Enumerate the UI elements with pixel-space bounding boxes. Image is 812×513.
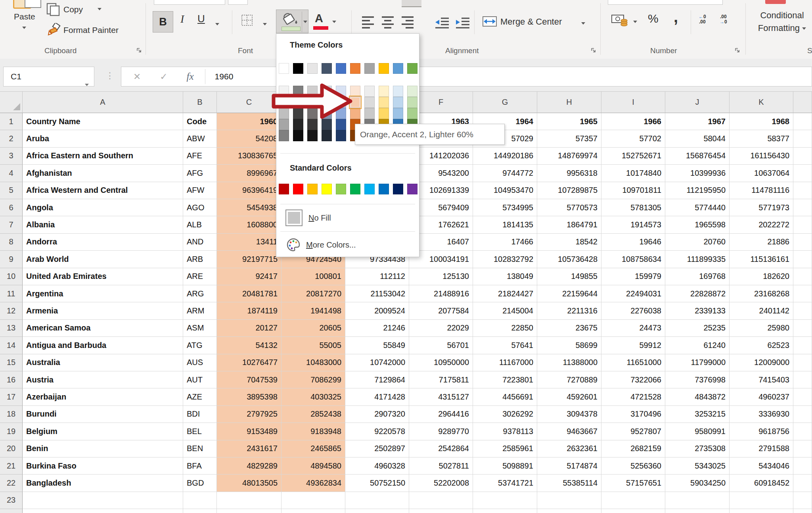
cell-F20[interactable]: 2542864 xyxy=(409,440,473,457)
clipboard-dialog-launcher[interactable] xyxy=(136,47,142,54)
cell-H21[interactable]: 5174874 xyxy=(537,457,601,475)
cell-E16[interactable]: 7129864 xyxy=(345,371,409,388)
name-box[interactable]: C1 xyxy=(3,67,94,86)
column-header-A[interactable]: A xyxy=(23,92,183,113)
standard-color-swatch-4[interactable] xyxy=(322,184,332,194)
cell-K3[interactable]: 161156430 xyxy=(730,148,793,165)
cell-F10[interactable]: 125130 xyxy=(409,268,473,285)
cell-H24[interactable] xyxy=(537,509,601,513)
cell-E17[interactable]: 4171428 xyxy=(345,388,409,405)
variant-color-swatch[interactable] xyxy=(307,130,318,141)
cell-I20[interactable]: 2682159 xyxy=(601,440,665,457)
cell-G7[interactable]: 1814135 xyxy=(473,216,537,233)
percent-button[interactable]: % xyxy=(648,12,659,25)
variant-color-swatch[interactable] xyxy=(393,97,403,108)
cell-F19[interactable]: 9289770 xyxy=(409,423,473,440)
italic-button[interactable]: I xyxy=(180,13,184,25)
cell-G24[interactable] xyxy=(473,509,537,513)
cell-I9[interactable]: 108758634 xyxy=(601,251,665,268)
cell-K8[interactable]: 21886 xyxy=(730,234,793,251)
theme-color-swatch-3[interactable] xyxy=(307,63,318,74)
theme-color-swatch-7[interactable] xyxy=(364,63,375,74)
variant-color-swatch[interactable] xyxy=(379,97,389,108)
variant-color-swatch[interactable] xyxy=(393,108,403,119)
cell-K9[interactable]: 115136161 xyxy=(730,251,793,268)
cell-E13[interactable]: 21246 xyxy=(345,320,409,337)
cell-L14[interactable] xyxy=(793,337,812,354)
decrease-indent-button[interactable] xyxy=(435,17,450,29)
cell-D16[interactable]: 7086299 xyxy=(282,371,345,388)
cell-C14[interactable]: 54132 xyxy=(217,337,282,354)
cell-G20[interactable]: 2585961 xyxy=(473,440,537,457)
cell-H7[interactable]: 1864791 xyxy=(537,216,601,233)
cell-B18[interactable]: BDI xyxy=(183,406,217,423)
cell-I21[interactable]: 5256360 xyxy=(601,457,665,475)
cell-H20[interactable]: 2632361 xyxy=(537,440,601,457)
row-header-20[interactable]: 20 xyxy=(0,440,23,457)
cell-E22[interactable]: 50752150 xyxy=(345,475,409,492)
cell-K24[interactable] xyxy=(730,509,793,513)
cell-L6[interactable] xyxy=(793,199,812,216)
variant-color-swatch[interactable] xyxy=(364,108,375,119)
underline-button[interactable]: U xyxy=(197,13,205,25)
cell-C5[interactable]: 96396419 xyxy=(217,182,282,199)
row-header-9[interactable]: 9 xyxy=(0,251,23,268)
cell-D15[interactable]: 10483000 xyxy=(282,354,345,371)
row-header-23[interactable]: 23 xyxy=(0,492,23,509)
cell-L11[interactable] xyxy=(793,285,812,302)
cell-K4[interactable]: 10637064 xyxy=(730,165,793,182)
cell-L2[interactable] xyxy=(793,130,812,147)
number-dialog-launcher[interactable] xyxy=(734,47,741,54)
cell-H19[interactable]: 9463667 xyxy=(537,423,601,440)
cell-K11[interactable]: 23168268 xyxy=(730,285,793,302)
row-header-2[interactable]: 2 xyxy=(0,130,23,147)
cell-H2[interactable]: 57357 xyxy=(537,130,601,147)
cell-G9[interactable]: 102832792 xyxy=(473,251,537,268)
formula-bar[interactable]: ✕ ✓ fx 1960 xyxy=(121,67,812,86)
variant-color-swatch[interactable] xyxy=(322,130,332,141)
cell-A8[interactable]: Andorra xyxy=(23,234,183,251)
cell-H22[interactable]: 55385114 xyxy=(537,475,601,492)
cell-F12[interactable]: 2077584 xyxy=(409,302,473,319)
cell-G15[interactable]: 11167000 xyxy=(473,354,537,371)
cell-I15[interactable]: 11651000 xyxy=(601,354,665,371)
cell-A10[interactable]: United Arab Emirates xyxy=(23,268,183,285)
variant-color-swatch[interactable] xyxy=(379,108,389,119)
cell-A7[interactable]: Albania xyxy=(23,216,183,233)
cell-K22[interactable]: 60918452 xyxy=(730,475,793,492)
cell-B1[interactable]: Code xyxy=(183,113,217,130)
select-all-corner[interactable] xyxy=(0,92,23,113)
cell-H10[interactable]: 149855 xyxy=(537,268,601,285)
cell-G19[interactable]: 9378113 xyxy=(473,423,537,440)
cell-A14[interactable]: Antigua and Barbuda xyxy=(23,337,183,354)
bold-button[interactable]: B xyxy=(153,11,173,33)
cell-A2[interactable]: Aruba xyxy=(23,130,183,147)
standard-color-swatch-5[interactable] xyxy=(336,184,346,194)
cell-E15[interactable]: 10742000 xyxy=(345,354,409,371)
cell-L4[interactable] xyxy=(793,165,812,182)
cell-J4[interactable]: 10399936 xyxy=(665,165,730,182)
cell-G23[interactable] xyxy=(473,492,537,509)
cell-B15[interactable]: AUS xyxy=(183,354,217,371)
cell-C3[interactable]: 130836765 xyxy=(217,148,282,165)
theme-color-swatch-10[interactable] xyxy=(407,63,417,74)
column-header-J[interactable]: J xyxy=(665,92,730,113)
cell-I23[interactable] xyxy=(601,492,665,509)
cell-A5[interactable]: Africa Western and Central xyxy=(23,182,183,199)
variant-color-swatch[interactable] xyxy=(279,130,289,141)
cell-E20[interactable]: 2502897 xyxy=(345,440,409,457)
cell-C24[interactable] xyxy=(217,509,282,513)
row-header-6[interactable]: 6 xyxy=(0,199,23,216)
cell-H8[interactable]: 18542 xyxy=(537,234,601,251)
cell-G8[interactable]: 17466 xyxy=(473,234,537,251)
drag-handle-icon[interactable]: ⋮ xyxy=(105,71,114,81)
cell-D10[interactable]: 100801 xyxy=(282,268,345,285)
cell-B13[interactable]: ASM xyxy=(183,320,217,337)
standard-color-swatch-3[interactable] xyxy=(307,184,318,194)
cell-K5[interactable]: 114781116 xyxy=(730,182,793,199)
cell-J8[interactable]: 20760 xyxy=(665,234,730,251)
cell-I11[interactable]: 22494031 xyxy=(601,285,665,302)
cell-A6[interactable]: Angola xyxy=(23,199,183,216)
cell-C10[interactable]: 92417 xyxy=(217,268,282,285)
cell-C8[interactable]: 13411 xyxy=(217,234,282,251)
